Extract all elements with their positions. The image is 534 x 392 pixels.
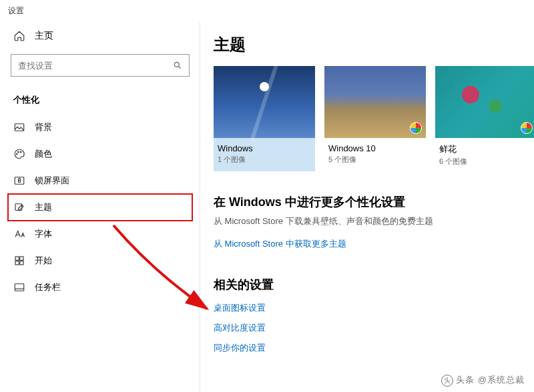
svg-rect-6 (19, 180, 21, 182)
sidebar-item-taskbar[interactable]: 任务栏 (8, 274, 192, 301)
sidebar-item-label: 开始 (35, 255, 52, 267)
svg-rect-12 (15, 284, 24, 291)
main-layout: 主页 个性化 背景 颜色 锁屏界面 主题 字体 开始 (0, 22, 534, 392)
desktop-icon-settings-link[interactable]: 桌面图标设置 (214, 298, 534, 318)
theme-name: Windows 10 (324, 138, 426, 155)
svg-point-4 (21, 151, 22, 153)
search-icon (173, 61, 182, 70)
start-icon (13, 255, 25, 267)
home-icon (13, 30, 25, 42)
font-icon (13, 228, 25, 240)
search-box[interactable] (11, 54, 190, 77)
color-badge-icon (521, 122, 533, 134)
store-themes-link[interactable]: 从 Microsoft Store 中获取更多主题 (214, 234, 534, 254)
page-title: 主题 (214, 22, 534, 66)
sidebar-item-label: 锁屏界面 (35, 175, 69, 187)
theme-meta: 6 个图像 (435, 157, 534, 167)
related-settings-heading: 相关的设置 (214, 254, 534, 298)
theme-card-windows10[interactable]: Windows 10 5 个图像 (324, 66, 426, 171)
more-personalization-sub: 从 Microsoft Store 下载兼具壁纸、声音和颜色的免费主题 (214, 215, 534, 234)
svg-rect-8 (15, 257, 19, 260)
content-area: 主题 Windows 1 个图像 Windows 10 5 个图像 鲜花 6 个… (200, 22, 534, 392)
sidebar-item-fonts[interactable]: 字体 (8, 221, 192, 247)
svg-rect-1 (15, 124, 24, 131)
svg-point-3 (18, 151, 19, 153)
sidebar-item-background[interactable]: 背景 (8, 114, 192, 141)
theme-icon (13, 201, 25, 213)
sync-settings-link[interactable]: 同步你的设置 (214, 338, 534, 358)
palette-icon (13, 148, 25, 160)
watermark: 头头条 @系统总裁 (441, 374, 525, 387)
section-title: 个性化 (8, 89, 192, 114)
sidebar: 主页 个性化 背景 颜色 锁屏界面 主题 字体 开始 (0, 22, 200, 392)
svg-point-2 (17, 153, 18, 155)
theme-thumbnail (435, 66, 534, 138)
sidebar-item-start[interactable]: 开始 (8, 247, 192, 274)
sidebar-item-themes[interactable]: 主题 (8, 194, 192, 221)
sidebar-item-label: 字体 (35, 228, 52, 240)
sidebar-item-lockscreen[interactable]: 锁屏界面 (8, 167, 192, 194)
more-personalization-heading: 在 Windows 中进行更多个性化设置 (214, 171, 534, 215)
theme-thumbnail (214, 66, 315, 138)
theme-card-windows[interactable]: Windows 1 个图像 (214, 66, 315, 171)
theme-name: 鲜花 (435, 138, 534, 157)
theme-card-flowers[interactable]: 鲜花 6 个图像 (435, 66, 534, 171)
svg-rect-11 (20, 261, 23, 265)
theme-grid: Windows 1 个图像 Windows 10 5 个图像 鲜花 6 个图像 (214, 66, 534, 171)
sidebar-item-colors[interactable]: 颜色 (8, 141, 192, 167)
taskbar-icon (13, 281, 25, 293)
window-title: 设置 (0, 0, 534, 22)
svg-rect-10 (15, 261, 19, 265)
picture-icon (13, 121, 25, 133)
home-label: 主页 (35, 30, 53, 42)
svg-rect-9 (20, 257, 23, 260)
sidebar-item-label: 任务栏 (35, 281, 61, 293)
home-row[interactable]: 主页 (8, 22, 192, 54)
theme-name: Windows (214, 138, 315, 155)
high-contrast-settings-link[interactable]: 高对比度设置 (214, 318, 534, 338)
color-badge-icon (410, 122, 422, 134)
svg-point-0 (174, 62, 179, 67)
theme-meta: 1 个图像 (214, 155, 315, 165)
sidebar-item-label: 主题 (35, 201, 52, 213)
sidebar-item-label: 颜色 (35, 148, 52, 160)
theme-thumbnail (324, 66, 426, 138)
search-input[interactable] (18, 61, 166, 71)
lockscreen-icon (13, 175, 25, 187)
theme-meta: 5 个图像 (324, 155, 426, 165)
sidebar-item-label: 背景 (35, 121, 52, 133)
